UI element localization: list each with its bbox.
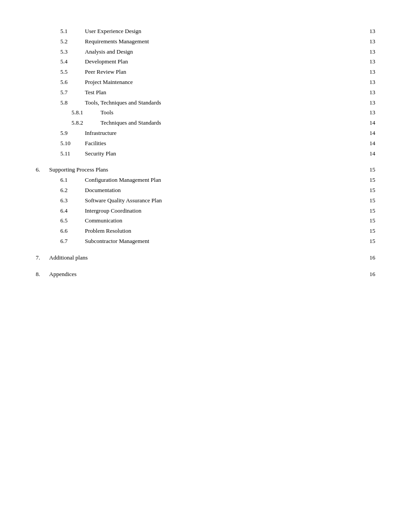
toc-label: 5.10 Facilities — [60, 139, 106, 148]
toc-number: 5.7 — [60, 88, 85, 97]
toc-entry-5-7: 5.7 Test Plan 13 — [36, 88, 375, 97]
toc-entry-5-10: 5.10 Facilities 14 — [36, 139, 375, 148]
toc-label: 6.1 Configuration Management Plan — [60, 176, 161, 185]
toc-text: Supporting Process Plans — [49, 165, 108, 175]
toc-number: 5.1 — [60, 27, 85, 36]
toc-label: 7. Additional plans — [36, 253, 88, 263]
toc-label: 6.3 Software Quality Assurance Plan — [60, 196, 162, 205]
toc-entry-6-5: 6.5 Communication 15 — [36, 216, 375, 226]
toc-text: Facilities — [85, 139, 106, 148]
toc-entry-5-1: 5.1 User Experience Design 13 — [36, 27, 375, 36]
toc-page: 15 — [362, 206, 375, 216]
toc-entry-5-9: 5.9 Infrastructure 14 — [36, 129, 375, 138]
toc-label: 6.7 Subcontractor Management — [60, 237, 149, 246]
toc-text: Analysis and Design — [85, 47, 133, 57]
toc-text: Problem Resolution — [85, 226, 131, 236]
toc-page: 14 — [362, 139, 375, 148]
toc-page: 15 — [362, 226, 375, 236]
toc-text: Subcontractor Management — [85, 237, 149, 246]
toc-label: 5.3 Analysis and Design — [60, 47, 133, 57]
toc-label: 8. Appendices — [36, 270, 76, 279]
toc-entry-6-6: 6.6 Problem Resolution 15 — [36, 226, 375, 236]
toc-label: 6.5 Communication — [60, 216, 122, 226]
toc-number: 5.10 — [60, 139, 85, 148]
toc-label: 5.8 Tools, Techniques and Standards — [60, 98, 161, 108]
toc-entry-5-8-2: 5.8.2 Techniques and Standards 14 — [36, 118, 375, 128]
toc-page: 13 — [362, 98, 375, 108]
toc-page: 16 — [362, 253, 375, 263]
toc-text: Infrastructure — [85, 129, 117, 138]
toc-entry-5-6: 5.6 Project Maintenance 13 — [36, 78, 375, 87]
toc-number: 6.4 — [60, 206, 85, 216]
toc-text: Configuration Management Plan — [85, 176, 161, 185]
toc-text: Software Quality Assurance Plan — [85, 196, 162, 205]
toc-page: 15 — [362, 165, 375, 175]
toc-entry-8: 8. Appendices 16 — [36, 270, 375, 279]
toc-page: 13 — [362, 108, 375, 117]
toc-number: 5.3 — [60, 47, 85, 57]
toc-number: 6.2 — [60, 186, 85, 195]
toc-entry-6-3: 6.3 Software Quality Assurance Plan 15 — [36, 196, 375, 205]
toc-number: 5.4 — [60, 57, 85, 67]
toc-number: 5.9 — [60, 129, 85, 138]
toc-page: 14 — [362, 129, 375, 138]
toc-number: 5.8.1 — [71, 108, 101, 117]
toc-page: 13 — [362, 47, 375, 57]
toc-text: User Experience Design — [85, 27, 141, 36]
page: 5.1 User Experience Design 13 5.2 Requir… — [0, 0, 411, 532]
toc-text: Security Plan — [85, 149, 116, 159]
toc-page: 14 — [362, 149, 375, 159]
toc-label: 5.5 Peer Review Plan — [60, 67, 126, 77]
toc-number: 5.6 — [60, 78, 85, 87]
toc-text: Techniques and Standards — [101, 118, 161, 128]
toc-label: 5.4 Development Plan — [60, 57, 128, 67]
toc-text: Peer Review Plan — [85, 67, 126, 77]
toc-entry-5-3: 5.3 Analysis and Design 13 — [36, 47, 375, 57]
toc-number: 6.5 — [60, 216, 85, 226]
toc-page: 13 — [362, 78, 375, 87]
toc-text: Tools — [101, 108, 113, 117]
toc-label: 5.6 Project Maintenance — [60, 78, 133, 87]
toc-text: Communication — [85, 216, 122, 226]
toc-text: Appendices — [49, 270, 76, 279]
toc-text: Additional plans — [49, 253, 88, 263]
toc-number: 5.5 — [60, 67, 85, 77]
toc-entry-5-8: 5.8 Tools, Techniques and Standards 13 — [36, 98, 375, 108]
toc-text: Intergroup Coordination — [85, 206, 142, 216]
toc-label: 5.8.2 Techniques and Standards — [71, 118, 161, 128]
toc-label: 6.4 Intergroup Coordination — [60, 206, 142, 216]
toc-label: 5.7 Test Plan — [60, 88, 106, 97]
toc-label: 5.9 Infrastructure — [60, 129, 117, 138]
toc-page: 16 — [362, 270, 375, 279]
toc-number: 6.7 — [60, 237, 85, 246]
toc-page: 15 — [362, 216, 375, 226]
toc-entry-6-4: 6.4 Intergroup Coordination 15 — [36, 206, 375, 216]
toc-page: 13 — [362, 57, 375, 67]
toc-text: Tools, Techniques and Standards — [85, 98, 161, 108]
toc-entry-6-7: 6.7 Subcontractor Management 15 — [36, 237, 375, 246]
toc-entry-5-4: 5.4 Development Plan 13 — [36, 57, 375, 67]
toc-number: 6.1 — [60, 176, 85, 185]
toc-entry-5-2: 5.2 Requirements Management 13 — [36, 37, 375, 46]
toc-number: 5.8 — [60, 98, 85, 108]
toc-page: 14 — [362, 118, 375, 128]
toc-entry-5-5: 5.5 Peer Review Plan 13 — [36, 67, 375, 77]
toc-page: 15 — [362, 196, 375, 205]
toc-number: 5.2 — [60, 37, 85, 46]
toc-entry-7: 7. Additional plans 16 — [36, 253, 375, 263]
toc-page: 15 — [362, 237, 375, 246]
toc-page: 13 — [362, 27, 375, 36]
toc-page: 13 — [362, 88, 375, 97]
toc-number: 7. — [36, 253, 49, 263]
toc-number: 5.11 — [60, 149, 85, 159]
toc-page: 15 — [362, 186, 375, 195]
toc-text: Test Plan — [85, 88, 106, 97]
toc-text: Documentation — [85, 186, 121, 195]
toc-number: 6.3 — [60, 196, 85, 205]
toc-label: 6. Supporting Process Plans — [36, 165, 108, 175]
toc-label: 5.1 User Experience Design — [60, 27, 141, 36]
toc-number: 8. — [36, 270, 49, 279]
toc-entry-5-8-1: 5.8.1 Tools 13 — [36, 108, 375, 117]
toc-label: 6.6 Problem Resolution — [60, 226, 131, 236]
toc-label: 5.11 Security Plan — [60, 149, 116, 159]
